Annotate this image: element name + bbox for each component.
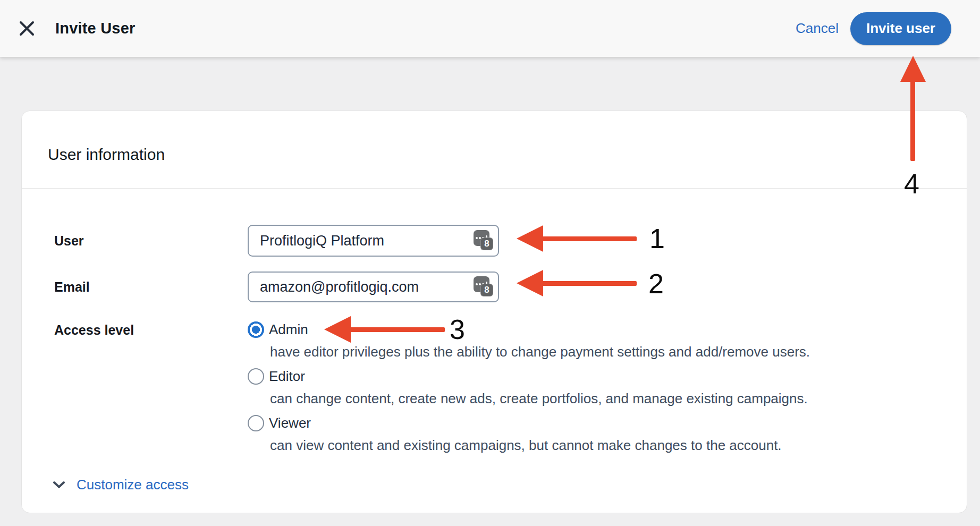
customize-access-toggle[interactable]: Customize access [47,477,189,493]
radio-selected-icon[interactable] [248,321,264,338]
admin-radio-label[interactable]: Admin [269,321,308,338]
editor-radio-label[interactable]: Editor [269,368,305,385]
annotation-number-1: 1 [649,225,665,252]
email-input[interactable] [248,272,499,302]
access-level-radio-group: Admin have editor privileges plus the ab… [248,321,810,462]
password-manager-icon[interactable]: 8 [474,230,494,251]
annotation-arrow-4-head [900,56,926,82]
editor-description: can change content, create new ads, crea… [248,391,810,407]
email-label: Email [54,279,248,295]
chevron-down-icon[interactable] [47,481,71,489]
customize-access-link[interactable]: Customize access [77,477,189,493]
password-manager-badge: 8 [480,237,493,250]
annotation-number-4: 4 [904,170,919,198]
radio-unselected-icon[interactable] [248,415,264,431]
cancel-button[interactable]: Cancel [796,20,839,37]
radio-unselected-icon[interactable] [248,368,264,385]
password-manager-icon[interactable]: 8 [474,276,494,298]
page-title: Invite User [55,20,136,37]
radio-option-editor: Editor can change content, create new ad… [248,368,810,407]
annotation-number-3: 3 [450,316,465,343]
email-field-wrap: 8 [248,272,499,302]
annotation-number-2: 2 [648,270,664,298]
invite-user-form: User 8 Email 8 [22,189,967,493]
close-icon[interactable] [15,17,38,40]
invite-user-button[interactable]: Invite user [850,12,951,45]
radio-option-admin: Admin have editor privileges plus the ab… [248,321,810,360]
access-level-row: Access level Admin have editor privilege… [54,321,967,462]
editor-radio[interactable]: Editor [248,368,810,385]
section-title: User information [48,146,165,164]
admin-description: have editor privileges plus the ability … [248,344,810,360]
card-heading-row: User information [22,111,967,189]
dialog-header: Invite User Cancel Invite user [0,0,980,57]
user-information-card: User information User 8 Email [21,111,967,513]
user-input[interactable] [248,225,499,257]
access-level-label: Access level [54,321,248,338]
x-glyph [19,20,35,37]
user-row: User 8 [54,225,967,257]
radio-option-viewer: Viewer can view content and existing cam… [248,415,810,454]
viewer-radio-label[interactable]: Viewer [269,415,311,431]
viewer-radio[interactable]: Viewer [248,415,810,431]
password-manager-badge: 8 [480,284,493,296]
user-field-wrap: 8 [248,225,499,257]
viewer-description: can view content and existing campaigns,… [248,437,810,454]
admin-radio[interactable]: Admin [248,321,810,338]
user-label: User [54,233,248,249]
email-row: Email 8 [54,272,967,302]
